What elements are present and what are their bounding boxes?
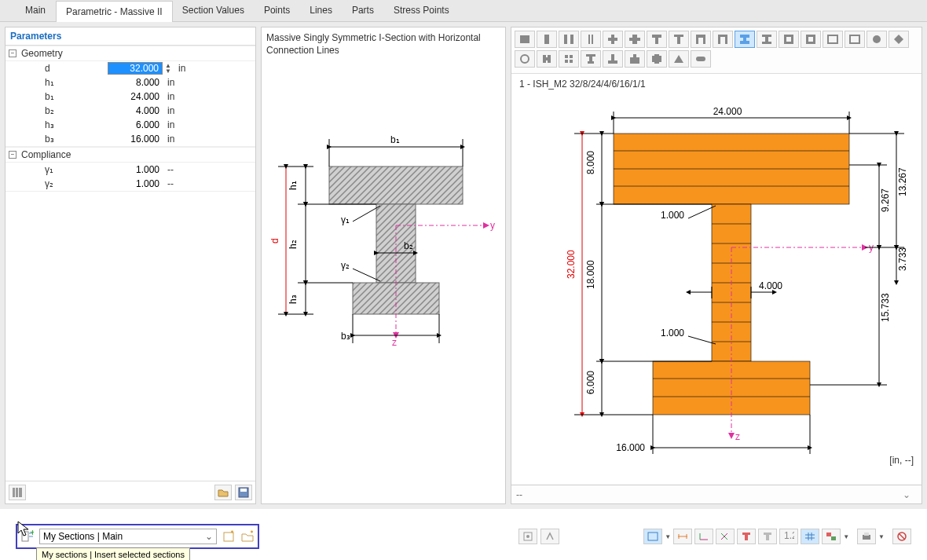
svg-text:1.000: 1.000: [661, 328, 684, 339]
section-type-palette: [511, 27, 922, 74]
section-type-btn-4[interactable]: [603, 31, 623, 48]
add-section-icon[interactable]: [222, 529, 236, 544]
param-value[interactable]: 4.000: [108, 105, 163, 116]
section-type-btn-23[interactable]: [625, 50, 645, 68]
section-type-btn-17[interactable]: [889, 31, 909, 48]
tool-btn-1[interactable]: [518, 529, 537, 544]
dropdown-arrow-icon[interactable]: ▼: [665, 533, 671, 540]
param-value[interactable]: 24.000: [108, 91, 163, 102]
view-btn-1[interactable]: [643, 529, 662, 544]
view-btn-grid[interactable]: [801, 529, 819, 544]
svg-text:γ₁: γ₁: [341, 214, 350, 225]
section-type-btn-12[interactable]: [779, 31, 799, 48]
tab-parametric[interactable]: Parametric - Massive II: [56, 1, 173, 22]
svg-rect-54: [696, 35, 698, 44]
svg-rect-92: [636, 57, 639, 64]
my-sections-highlight: + My Sections | Main ⌄ My sections | Ins…: [16, 524, 259, 549]
svg-rect-87: [588, 61, 594, 64]
view-btn-section-red[interactable]: [737, 529, 756, 544]
my-sections-select[interactable]: My Sections | Main ⌄: [39, 529, 217, 544]
view-btn-principal[interactable]: [716, 529, 735, 544]
svg-text:b₂: b₂: [404, 240, 413, 251]
tab-parts[interactable]: Parts: [343, 0, 384, 21]
section-type-btn-13[interactable]: [801, 31, 821, 48]
section-type-btn-16[interactable]: [867, 31, 887, 48]
svg-rect-81: [565, 55, 568, 58]
param-row-h3: h₃ 6.000 in: [5, 118, 255, 132]
section-type-btn-11[interactable]: [757, 31, 777, 48]
svg-text:b₁: b₁: [390, 134, 400, 145]
tool-btn-2[interactable]: [540, 529, 559, 544]
svg-rect-58: [725, 35, 727, 44]
svg-text:h₁: h₁: [288, 181, 299, 191]
section-type-btn-24[interactable]: [647, 50, 667, 68]
section-type-btn-20[interactable]: [559, 50, 579, 68]
group-compliance[interactable]: − Compliance: [5, 147, 255, 163]
section-type-btn-1[interactable]: [537, 31, 557, 48]
param-value[interactable]: 1.000: [108, 178, 163, 189]
section-type-btn-10[interactable]: [735, 31, 755, 48]
view-btn-dims[interactable]: [673, 529, 692, 544]
view-btn-section-gray[interactable]: [758, 529, 777, 544]
view-btn-values[interactable]: 1.2: [779, 529, 798, 544]
section-type-btn-19[interactable]: [537, 50, 557, 68]
section-type-btn-22[interactable]: [603, 50, 623, 68]
svg-rect-6: [329, 167, 463, 204]
section-type-btn-21[interactable]: [581, 50, 601, 68]
param-unit: in: [163, 91, 186, 102]
param-label: h₁: [45, 77, 108, 88]
tab-main[interactable]: Main: [16, 0, 56, 21]
param-label: γ₂: [45, 178, 108, 189]
svg-rect-55: [703, 35, 705, 44]
group-geometry[interactable]: − Geometry: [5, 46, 255, 61]
view-btn-axes[interactable]: [694, 529, 713, 544]
section-type-btn-14[interactable]: [823, 31, 843, 48]
param-value[interactable]: 6.000: [108, 119, 163, 130]
tab-points[interactable]: Points: [255, 0, 300, 21]
section-type-btn-5[interactable]: [625, 31, 645, 48]
open-icon[interactable]: [214, 485, 232, 500]
section-type-btn-9[interactable]: [713, 31, 733, 48]
tab-lines[interactable]: Lines: [300, 0, 343, 21]
param-value[interactable]: 8.000: [108, 77, 163, 88]
print-icon[interactable]: [857, 529, 876, 544]
section-type-btn-25[interactable]: [669, 50, 689, 68]
param-value-d[interactable]: 32.000: [108, 62, 163, 75]
reset-icon[interactable]: [892, 529, 911, 544]
schematic-panel: Massive Singly Symmetric I-Section with …: [261, 27, 506, 504]
svg-text:y: y: [490, 220, 495, 231]
save-icon[interactable]: [235, 485, 252, 500]
section-type-btn-18[interactable]: [515, 50, 535, 68]
param-row-d: d 32.000 ▲▼ in: [5, 61, 255, 75]
svg-rect-74: [850, 35, 859, 43]
library-icon[interactable]: [9, 485, 26, 500]
new-folder-icon[interactable]: [240, 529, 255, 544]
parameters-header: Parameters: [5, 27, 255, 46]
svg-text:4.000: 4.000: [759, 280, 782, 291]
param-value[interactable]: 1.000: [108, 164, 163, 175]
svg-rect-2: [19, 488, 22, 497]
param-value[interactable]: 16.000: [108, 134, 163, 145]
section-type-btn-2[interactable]: [559, 31, 579, 48]
section-type-btn-7[interactable]: [669, 31, 689, 48]
section-type-btn-15[interactable]: [845, 31, 865, 48]
param-unit: in: [174, 63, 197, 74]
spinner-icon[interactable]: ▲▼: [163, 63, 174, 74]
param-row-g2: γ₂ 1.000 --: [5, 177, 255, 191]
svg-rect-46: [608, 38, 617, 41]
section-type-btn-26[interactable]: [691, 50, 711, 68]
section-type-btn-8[interactable]: [691, 31, 711, 48]
tab-section-values[interactable]: Section Values: [173, 0, 255, 21]
section-type-btn-0[interactable]: [515, 31, 535, 48]
tab-stress-points[interactable]: Stress Points: [384, 0, 460, 21]
section-type-btn-3[interactable]: [581, 31, 601, 48]
svg-point-162: [526, 535, 529, 538]
dropdown-arrow-icon[interactable]: ▼: [878, 533, 885, 540]
dropdown-arrow-icon[interactable]: ▼: [843, 533, 849, 540]
svg-point-77: [521, 55, 529, 63]
section-type-btn-6[interactable]: [647, 31, 667, 48]
view-btn-fill[interactable]: [822, 529, 841, 544]
svg-rect-64: [762, 42, 771, 44]
param-row-b1: b₁ 24.000 in: [5, 90, 255, 104]
my-sections-label: My Sections | Main: [43, 531, 123, 542]
